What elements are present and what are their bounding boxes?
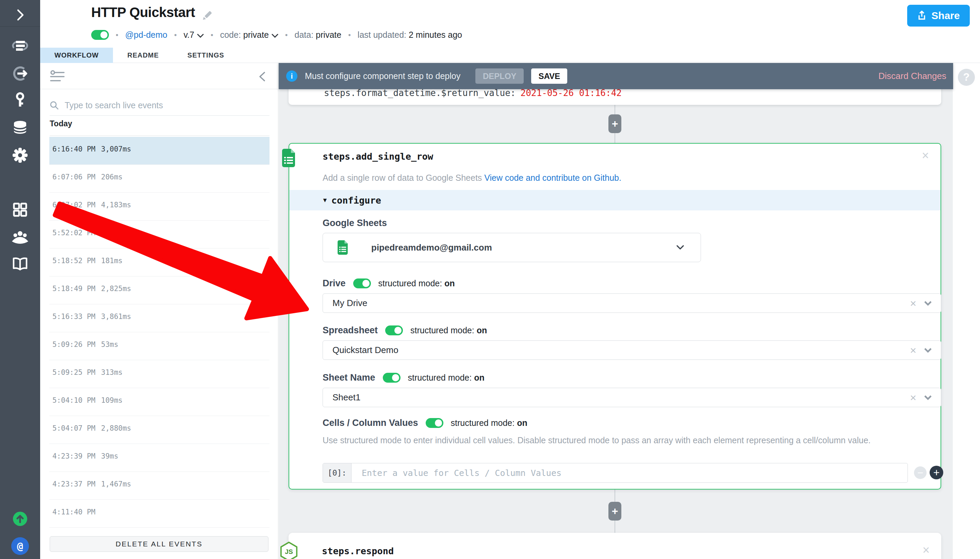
sidebar: @ bbox=[0, 0, 40, 559]
chevron-down-icon[interactable] bbox=[924, 301, 932, 306]
chevron-down-icon[interactable] bbox=[924, 347, 932, 353]
workflow-title: HTTP Quickstart bbox=[91, 5, 195, 20]
return-value-line: steps.format_datetime.$return_value:2021… bbox=[324, 88, 622, 98]
event-row[interactable]: 5:04:10 PM109ms bbox=[49, 388, 269, 416]
community-icon[interactable] bbox=[0, 227, 40, 246]
event-sources-icon[interactable] bbox=[0, 64, 40, 83]
data-stores-icon[interactable] bbox=[0, 119, 40, 137]
event-row[interactable]: 5:16:33 PM3,861ms bbox=[49, 304, 269, 332]
owner-link[interactable]: @pd-demo bbox=[125, 30, 167, 40]
discard-changes-button[interactable]: Discard Changes bbox=[879, 71, 946, 81]
add-step-button[interactable]: + bbox=[609, 114, 621, 133]
docs-book-icon[interactable] bbox=[0, 255, 40, 274]
keys-icon[interactable] bbox=[0, 91, 40, 110]
events-panel-header bbox=[40, 63, 278, 89]
last-updated: last updated: 2 minutes ago bbox=[358, 30, 462, 40]
account-select[interactable]: pipedreamdemo@gmail.com bbox=[323, 233, 701, 262]
github-link[interactable]: View code and contribute on Github. bbox=[484, 173, 621, 182]
caret-down-icon: ▼ bbox=[322, 197, 328, 204]
respond-step-card[interactable]: steps.respond × bbox=[289, 533, 941, 559]
event-row[interactable]: 6:16:40 PM3,007ms bbox=[49, 137, 269, 165]
event-row[interactable]: 6:07:06 PM206ms bbox=[49, 165, 269, 193]
workflow-active-toggle[interactable] bbox=[91, 30, 109, 40]
search-input[interactable] bbox=[64, 101, 255, 110]
account-value: pipedreamdemo@gmail.com bbox=[371, 242, 492, 253]
drive-select[interactable]: My Drive × bbox=[323, 293, 941, 313]
event-row[interactable]: 5:04:07 PM2,880ms bbox=[49, 416, 269, 444]
event-list: 6:16:40 PM3,007ms 6:07:06 PM206ms 6:07:0… bbox=[49, 137, 269, 528]
settings-gear-icon[interactable] bbox=[0, 146, 40, 165]
event-row[interactable]: 4:23:37 PM1,467ms bbox=[49, 472, 269, 500]
workflow-meta-row: • @pd-demo • v.7 • code: private • data:… bbox=[91, 30, 462, 40]
add-cell-button[interactable]: + bbox=[930, 466, 943, 480]
step-title: steps.add_single_row bbox=[323, 151, 433, 162]
svg-text:JS: JS bbox=[285, 548, 293, 555]
tab-workflow[interactable]: WORKFLOW bbox=[40, 48, 113, 63]
filter-events-icon[interactable] bbox=[49, 70, 65, 83]
apps-grid-icon[interactable] bbox=[0, 200, 40, 219]
close-step-icon[interactable]: × bbox=[922, 149, 929, 163]
event-row[interactable]: 5:18:49 PM2,825ms bbox=[49, 276, 269, 304]
event-row[interactable]: 5:18:52 PM181ms bbox=[49, 248, 269, 276]
delete-all-events-button[interactable]: DELETE ALL EVENTS bbox=[49, 536, 269, 552]
add-step-button[interactable]: + bbox=[609, 502, 621, 521]
expand-sidebar-icon[interactable] bbox=[0, 9, 40, 21]
cells-structured-toggle[interactable] bbox=[426, 418, 444, 428]
data-privacy: data: private bbox=[295, 30, 342, 40]
upgrade-icon[interactable] bbox=[0, 511, 40, 527]
step-title: steps.respond bbox=[322, 546, 394, 556]
share-icon bbox=[917, 10, 927, 21]
cells-index-label: [0]: bbox=[323, 463, 351, 482]
sidebar-divider bbox=[0, 26, 40, 26]
event-row[interactable]: 5:09:25 PM313ms bbox=[49, 360, 269, 388]
right-gutter bbox=[953, 63, 980, 559]
cells-input-row: [0]: bbox=[323, 463, 908, 483]
chevron-down-icon[interactable] bbox=[924, 395, 932, 400]
edit-title-icon[interactable] bbox=[201, 10, 213, 22]
app-label: Google Sheets bbox=[323, 218, 387, 228]
google-sheets-step-icon bbox=[281, 148, 296, 168]
mentions-icon[interactable]: @ bbox=[0, 537, 40, 555]
events-panel: Today 6:16:40 PM3,007ms 6:07:06 PM206ms … bbox=[40, 63, 278, 559]
remove-cell-button[interactable]: − bbox=[914, 466, 927, 479]
event-row[interactable]: 5:09:26 PM53ms bbox=[49, 332, 269, 360]
drive-structured-toggle[interactable] bbox=[353, 278, 371, 288]
configure-section-toggle[interactable]: ▼ configure bbox=[289, 190, 940, 210]
event-row[interactable]: 6:07:02 PM4,183ms bbox=[49, 193, 269, 221]
step-description: Add a single row of data to Google Sheet… bbox=[323, 173, 621, 183]
info-icon: i bbox=[286, 71, 297, 82]
header: HTTP Quickstart • @pd-demo • v.7 • code:… bbox=[40, 0, 980, 48]
pipedream-logo-icon[interactable] bbox=[0, 36, 40, 56]
spreadsheet-select[interactable]: Quickstart Demo × bbox=[323, 341, 941, 360]
deploy-button[interactable]: DEPLOY bbox=[475, 68, 524, 84]
spreadsheet-structured-toggle[interactable] bbox=[385, 326, 403, 335]
tab-readme[interactable]: README bbox=[113, 48, 173, 63]
event-row[interactable]: 4:23:39 PM39ms bbox=[49, 444, 269, 472]
version-select[interactable]: v.7 bbox=[183, 30, 204, 40]
event-search-row bbox=[49, 95, 269, 116]
deploy-banner: i Must configure component step to deplo… bbox=[279, 63, 953, 89]
tab-bar: WORKFLOW README SETTINGS bbox=[40, 48, 239, 63]
event-row[interactable]: 5:52:02 PM9ms bbox=[49, 221, 269, 248]
banner-message: Must configure component step to deploy bbox=[305, 71, 460, 81]
clear-icon[interactable]: × bbox=[910, 298, 916, 309]
sheet-name-select[interactable]: Sheet1 × bbox=[323, 388, 941, 407]
event-row[interactable]: 4:11:40 PM bbox=[49, 500, 269, 528]
cells-value-input[interactable] bbox=[351, 463, 907, 482]
sheet-name-field-header: Sheet Name structured mode: on bbox=[323, 372, 485, 383]
tab-settings[interactable]: SETTINGS bbox=[173, 48, 239, 63]
code-privacy-select[interactable]: code: private bbox=[220, 30, 278, 40]
cells-field-description: Use structured mode to enter individual … bbox=[323, 433, 980, 447]
sheet-name-structured-toggle[interactable] bbox=[383, 373, 401, 383]
chevron-down-icon bbox=[676, 245, 684, 250]
drive-field-header: Drive structured mode: on bbox=[323, 278, 455, 289]
save-button[interactable]: SAVE bbox=[531, 68, 567, 84]
svg-text:@: @ bbox=[17, 540, 23, 552]
close-step-icon[interactable]: × bbox=[922, 543, 930, 557]
clear-icon[interactable]: × bbox=[910, 392, 916, 403]
clear-icon[interactable]: × bbox=[910, 345, 916, 356]
help-button[interactable]: ? bbox=[958, 69, 975, 86]
collapse-panel-icon[interactable] bbox=[258, 71, 266, 82]
spreadsheet-field-header: Spreadsheet structured mode: on bbox=[323, 325, 487, 336]
share-button[interactable]: Share bbox=[907, 5, 970, 26]
